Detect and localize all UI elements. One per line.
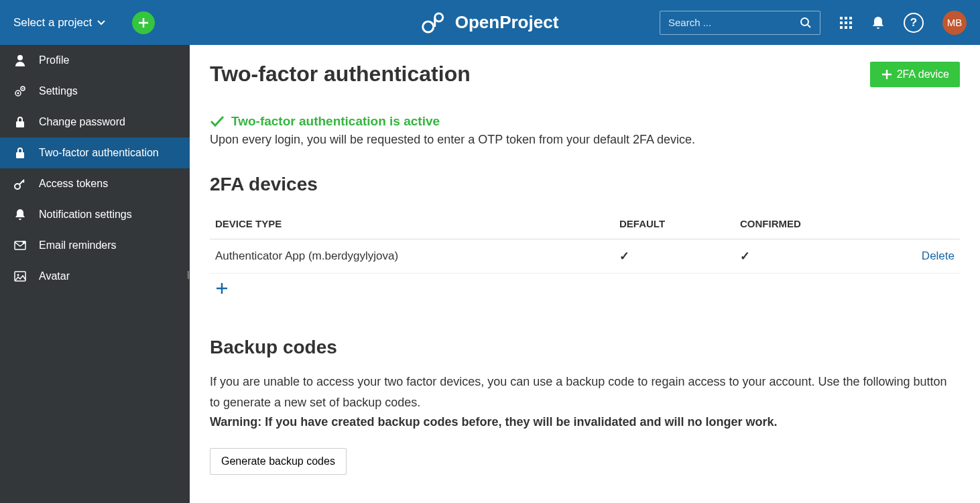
col-device-type: DEVICE TYPE bbox=[215, 218, 619, 229]
help-icon: ? bbox=[904, 13, 924, 33]
backup-heading: Backup codes bbox=[210, 337, 960, 358]
devices-heading: 2FA devices bbox=[210, 174, 960, 195]
page-title: Two-factor authentication bbox=[210, 62, 471, 87]
sidebar-resize-handle[interactable]: || bbox=[187, 270, 188, 279]
sidebar-item-settings[interactable]: Settings bbox=[0, 76, 190, 107]
device-name: Authenticator App (m.berdygylyjova) bbox=[215, 249, 619, 263]
plus-icon bbox=[881, 68, 893, 80]
add-device-plus[interactable] bbox=[215, 282, 955, 295]
sidebar: Profile Settings Change password Two-fac… bbox=[0, 45, 190, 503]
svg-point-1 bbox=[801, 18, 808, 25]
sidebar-item-label: Change password bbox=[39, 116, 125, 128]
sidebar-item-label: Avatar bbox=[39, 270, 70, 282]
plus-icon bbox=[215, 282, 229, 295]
project-selector[interactable]: Select a project bbox=[13, 16, 105, 30]
svg-rect-3 bbox=[845, 17, 847, 19]
grid-icon bbox=[839, 16, 853, 30]
svg-rect-17 bbox=[16, 152, 24, 158]
brand-logo[interactable]: OpenProject bbox=[422, 12, 559, 34]
col-default: DEFAULT bbox=[619, 218, 740, 229]
devices-table: DEVICE TYPE DEFAULT CONFIRMED Authentica… bbox=[210, 209, 960, 303]
svg-point-13 bbox=[17, 93, 19, 95]
generate-backup-codes-button[interactable]: Generate backup codes bbox=[210, 448, 347, 475]
status-heading: Two-factor authentication is active bbox=[231, 114, 440, 129]
help-button[interactable]: ? bbox=[904, 13, 924, 33]
svg-rect-5 bbox=[840, 21, 843, 24]
status-description: Upon every login, you will be requested … bbox=[210, 133, 960, 147]
add-2fa-device-button[interactable]: 2FA device bbox=[870, 62, 960, 87]
openproject-icon bbox=[422, 12, 448, 34]
search-icon bbox=[800, 17, 812, 29]
checkmark-icon: ✓ bbox=[619, 249, 629, 263]
col-action bbox=[887, 218, 955, 229]
app-header: Select a project OpenProject ? MB bbox=[0, 0, 980, 45]
svg-point-15 bbox=[22, 88, 23, 89]
gears-icon bbox=[13, 85, 27, 97]
backup-warning: Warning: If you have created backup code… bbox=[210, 415, 960, 429]
avatar-initials: MB bbox=[947, 17, 963, 28]
table-row: Authenticator App (m.berdygylyjova) ✓ ✓ … bbox=[210, 239, 960, 274]
col-confirmed: CONFIRMED bbox=[740, 218, 887, 229]
svg-rect-2 bbox=[840, 17, 843, 19]
svg-rect-8 bbox=[840, 26, 843, 29]
modules-button[interactable] bbox=[839, 16, 853, 30]
sidebar-item-profile[interactable]: Profile bbox=[0, 45, 190, 76]
svg-point-22 bbox=[17, 274, 19, 276]
sidebar-item-label: Two-factor authentication bbox=[39, 147, 159, 159]
checkmark-icon bbox=[210, 115, 225, 127]
user-avatar[interactable]: MB bbox=[942, 11, 967, 35]
project-selector-label: Select a project bbox=[13, 16, 92, 30]
backup-description: If you are unable to access your two fac… bbox=[210, 372, 960, 412]
svg-point-0 bbox=[423, 21, 434, 32]
plus-icon bbox=[137, 17, 149, 29]
sidebar-item-email-reminders[interactable]: Email reminders bbox=[0, 230, 190, 261]
svg-rect-9 bbox=[845, 26, 847, 29]
sidebar-item-label: Email reminders bbox=[39, 239, 117, 252]
user-icon bbox=[13, 54, 27, 66]
svg-rect-6 bbox=[845, 21, 847, 24]
chevron-down-icon bbox=[97, 20, 105, 25]
sidebar-item-label: Profile bbox=[39, 54, 69, 66]
sidebar-item-label: Access tokens bbox=[39, 178, 108, 190]
envelope-icon bbox=[13, 241, 27, 250]
table-header: DEVICE TYPE DEFAULT CONFIRMED bbox=[210, 209, 960, 239]
brand-name: OpenProject bbox=[455, 12, 559, 33]
sidebar-item-change-password[interactable]: Change password bbox=[0, 107, 190, 137]
svg-point-11 bbox=[17, 55, 23, 60]
svg-rect-7 bbox=[849, 21, 852, 24]
lock-icon bbox=[13, 147, 27, 159]
bell-icon bbox=[13, 209, 27, 221]
sidebar-item-notification-settings[interactable]: Notification settings bbox=[0, 199, 190, 230]
svg-rect-16 bbox=[16, 121, 24, 127]
backup-codes-section: Backup codes If you are unable to access… bbox=[210, 337, 960, 475]
svg-rect-4 bbox=[849, 17, 852, 19]
search-input[interactable] bbox=[668, 17, 800, 28]
add-button[interactable] bbox=[132, 11, 155, 34]
sidebar-item-avatar[interactable]: Avatar bbox=[0, 261, 190, 292]
delete-device-link[interactable]: Delete bbox=[922, 249, 955, 262]
bell-icon bbox=[871, 15, 885, 30]
search-box[interactable] bbox=[660, 11, 820, 35]
image-icon bbox=[13, 271, 27, 282]
sidebar-item-access-tokens[interactable]: Access tokens bbox=[0, 168, 190, 199]
key-icon bbox=[13, 178, 27, 190]
sidebar-item-label: Settings bbox=[39, 85, 78, 97]
main-content: Two-factor authentication 2FA device Two… bbox=[190, 45, 980, 503]
header-right: ? MB bbox=[660, 11, 967, 35]
sidebar-item-label: Notification settings bbox=[39, 209, 132, 221]
notifications-button[interactable] bbox=[871, 15, 885, 30]
add-device-row bbox=[210, 274, 960, 303]
svg-point-18 bbox=[15, 184, 20, 189]
checkmark-icon: ✓ bbox=[740, 249, 750, 263]
sidebar-item-two-factor[interactable]: Two-factor authentication bbox=[0, 137, 190, 168]
status-active: Two-factor authentication is active bbox=[210, 114, 960, 129]
add-device-label: 2FA device bbox=[897, 68, 949, 80]
svg-rect-10 bbox=[849, 26, 852, 29]
lock-icon bbox=[13, 116, 27, 128]
